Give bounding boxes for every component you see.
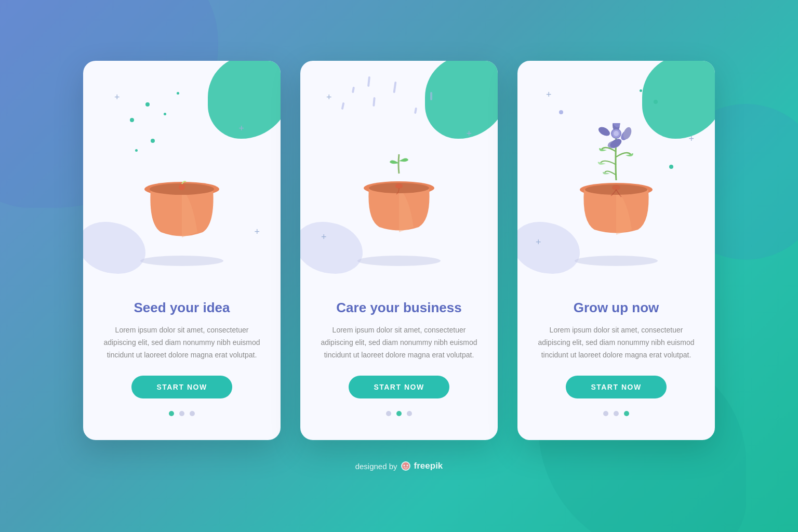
card-3-title: Grow up now [574,300,659,316]
card-1-description: Lorem ipsum dolor sit amet, consectetuer… [102,324,262,361]
deco-plus-2: + [238,123,244,134]
card-3: + + + [517,61,715,440]
freepik-icon [401,461,411,471]
card-3-plant-svg [569,123,663,243]
deco-dot-3-3 [559,110,563,114]
deco-dot-4 [151,139,155,143]
page-dot-1-1[interactable] [169,411,174,416]
cards-container: + + + [83,61,715,440]
deco-dot-2 [130,118,134,122]
card-3-illustration: + + + [517,61,715,300]
card-1-plant-svg [140,152,223,240]
card-3-start-button[interactable]: START NOW [566,376,666,398]
page-dot-3-3[interactable] [624,411,629,416]
raindrop-6 [367,76,370,87]
card-2-blob-bl [300,222,363,274]
svg-point-22 [406,465,408,467]
svg-point-10 [597,125,611,138]
deco-dot-3-4 [669,165,673,169]
card-1-content: Seed your idea Lorem ipsum dolor sit ame… [83,300,281,440]
svg-point-18 [612,185,620,190]
card-1-title: Seed your idea [134,300,230,316]
page-dot-2-2[interactable] [396,411,402,416]
card-2-pagination [386,411,412,416]
card-1: + + + [83,61,281,440]
raindrop-2 [373,97,376,107]
card-3-content: Grow up now Lorem ipsum dolor sit amet, … [517,300,715,440]
page-dot-2-3[interactable] [407,411,412,416]
page-dot-3-1[interactable] [603,411,608,416]
card-2-plant-svg [357,136,441,240]
deco-dot-5 [135,149,138,152]
card-2-title: Care your business [336,300,461,316]
raindrop-1 [352,87,355,94]
card-2-illustration: + + + [300,61,498,300]
svg-point-21 [403,465,405,467]
deco-plus-3-1: + [546,89,552,100]
svg-point-5 [395,183,403,189]
page-dot-3-2[interactable] [614,411,619,416]
deco-plus-3-2: + [688,134,694,144]
card-2-start-button[interactable]: START NOW [349,376,449,398]
card-3-pagination [603,411,629,416]
svg-point-15 [614,131,619,136]
deco-plus-1: + [114,92,120,103]
deco-plus-2-2: + [466,128,472,139]
page-dot-2-1[interactable] [386,411,391,416]
raindrop-3 [393,82,396,93]
footer-brand: freepik [414,461,443,471]
raindrop-7 [341,102,345,110]
card-2-content: Care your business Lorem ipsum dolor sit… [300,300,498,440]
deco-plus-3: + [254,227,260,237]
card-2-pot-shadow [357,256,441,266]
footer: designed by freepik [355,461,443,471]
deco-plus-2-3: + [321,232,327,243]
deco-dot-3-2 [640,89,642,92]
deco-plus-2-1: + [326,92,332,103]
deco-dot-6 [177,92,179,95]
card-1-start-button[interactable]: START NOW [131,376,232,398]
card-3-description: Lorem ipsum dolor sit amet, consectetuer… [536,324,696,361]
deco-plus-3-3: + [536,237,541,248]
raindrop-5 [430,92,432,100]
footer-text: designed by [355,462,397,471]
card-1-pagination [169,411,195,416]
deco-dot-3-1 [654,100,658,104]
card-1-illustration: + + + [83,61,281,300]
deco-dot-3 [164,113,166,115]
card-2-description: Lorem ipsum dolor sit amet, consectetuer… [319,324,479,361]
card-1-blob-bl [83,222,145,274]
page-dot-1-3[interactable] [190,411,195,416]
page-dot-1-2[interactable] [179,411,184,416]
card-1-blob-tr [208,61,281,139]
raindrop-4 [414,108,417,114]
deco-dot-1 [145,102,150,107]
svg-point-20 [402,462,409,470]
card-2: + + + [300,61,498,440]
svg-point-2 [179,184,185,190]
card-2-blob-tr [425,61,498,139]
card-1-pot-shadow [140,256,223,266]
card-3-pot-shadow [575,256,658,266]
